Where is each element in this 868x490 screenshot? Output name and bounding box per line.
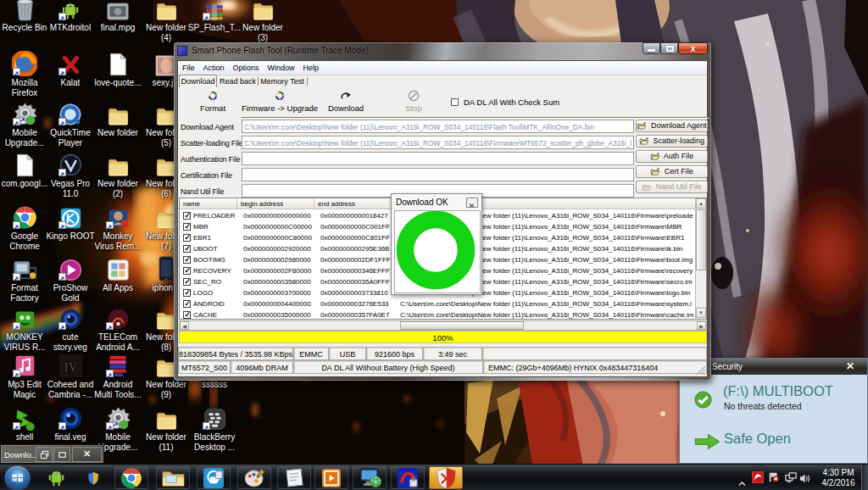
svg-text:IV: IV [64,360,77,374]
